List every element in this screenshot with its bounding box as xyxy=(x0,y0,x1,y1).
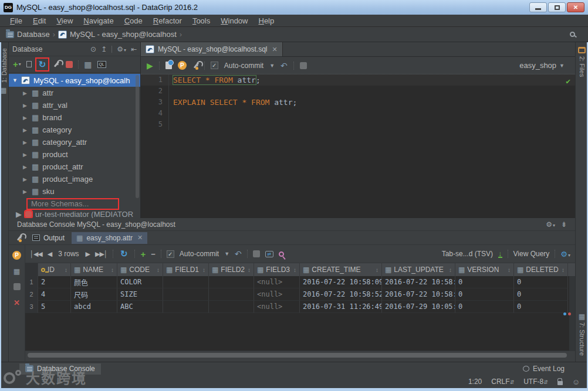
view-query-button[interactable]: View Query xyxy=(513,250,550,258)
close-button[interactable]: ✕ xyxy=(567,2,584,12)
expand-arrow-icon[interactable]: ▶ xyxy=(23,90,28,96)
commit-icon[interactable]: ⇄ xyxy=(265,251,273,257)
grid-cell[interactable] xyxy=(163,276,209,288)
grid-cell[interactable]: 0 xyxy=(514,288,568,301)
parameters-icon[interactable]: P xyxy=(178,61,187,70)
expand-arrow-icon[interactable]: ▶ xyxy=(23,189,28,195)
duplicate-icon[interactable] xyxy=(26,61,32,67)
tree-item-product_image[interactable]: ▶▦product_image xyxy=(9,173,140,185)
close-tab-icon[interactable]: ✕ xyxy=(272,46,278,53)
grid-cell[interactable]: COLOR xyxy=(117,276,163,288)
tree-item-category_attr[interactable]: ▶▦category_attr xyxy=(9,136,140,148)
grid-cell[interactable]: 2016-07-22 10:58:52 xyxy=(382,288,455,301)
datasource-properties-icon[interactable] xyxy=(53,60,60,68)
console-panel-header[interactable]: Database Console MySQL - easy_shop@local… xyxy=(9,218,575,231)
inspection-ok-icon[interactable]: ✔ xyxy=(566,77,570,86)
pin-icon[interactable] xyxy=(279,251,284,257)
sort-icon[interactable]: ↕ xyxy=(157,267,160,273)
sort-icon[interactable]: ↕ xyxy=(508,267,511,273)
column-header-deleted[interactable]: ▦DELETED↕ xyxy=(514,263,568,276)
grid-cell[interactable]: 4 xyxy=(38,288,71,301)
menu-navigate[interactable]: Navigate xyxy=(78,15,119,26)
maximize-button[interactable] xyxy=(548,2,566,12)
grid-cell[interactable]: 0 xyxy=(455,288,514,301)
expand-arrow-icon[interactable]: ▶ xyxy=(23,152,28,158)
code-line-3[interactable]: 3EXPLAIN SELECT * FROM attr; xyxy=(141,97,575,108)
grid-cell[interactable]: 0 xyxy=(455,276,514,288)
sort-icon[interactable]: ↕ xyxy=(376,267,379,273)
column-header-field3[interactable]: ▦FIELD3↕ xyxy=(254,263,300,276)
database-toolwindow-tab[interactable]: 1: Database xyxy=(1,48,8,83)
close-tab-icon[interactable]: ✕ xyxy=(137,234,143,242)
chevron-down-icon[interactable]: ▼ xyxy=(269,63,275,69)
delete-row-icon[interactable]: − xyxy=(151,250,156,259)
autocommit-checkbox[interactable]: ✓ xyxy=(211,62,218,69)
schema-selector[interactable]: easy_shop ▼ xyxy=(519,61,565,70)
expand-arrow-icon[interactable]: ▶ xyxy=(23,164,28,170)
tab-output[interactable]: Output xyxy=(28,232,69,244)
expand-arrow-icon[interactable]: ▶ xyxy=(23,140,28,145)
lock-icon[interactable] xyxy=(557,381,563,385)
table-row[interactable]: 35abcdABC<null>2016-07-31 11:26:492016-0… xyxy=(25,301,575,313)
code-line-4[interactable]: 4 xyxy=(141,108,575,119)
tab-result-grid[interactable]: ▦ easy_shop.attr ✕ xyxy=(72,232,147,244)
console-settings-wrench-icon[interactable] xyxy=(16,234,22,242)
chevron-down-icon[interactable]: ▼ xyxy=(224,251,229,257)
grid-cell[interactable] xyxy=(209,288,254,301)
line-ending-selector[interactable]: CRLF⇵ xyxy=(491,378,514,386)
sort-icon[interactable]: ↕ xyxy=(65,267,67,273)
menu-edit[interactable]: Edit xyxy=(28,15,51,26)
menu-help[interactable]: Help xyxy=(253,15,279,26)
grid-cell[interactable]: 尺码 xyxy=(71,288,117,301)
menu-code[interactable]: Code xyxy=(119,15,148,26)
sort-icon[interactable]: ↕ xyxy=(293,267,296,273)
inspection-profile-icon[interactable]: ☺ xyxy=(572,378,580,386)
files-toolwindow-icon[interactable] xyxy=(578,47,586,53)
reload-page-icon[interactable]: ↻ xyxy=(119,249,130,259)
hide-panel-icon[interactable]: ⇟ xyxy=(561,220,567,229)
grid-cell[interactable]: 0 xyxy=(514,301,568,313)
column-header-create_time[interactable]: ▦CREATE_TIME↕ xyxy=(300,263,382,276)
column-header-version[interactable]: ▦VERSION↕ xyxy=(455,263,514,276)
files-toolwindow-tab[interactable]: 2: Files xyxy=(579,56,586,77)
grid-cell[interactable] xyxy=(209,276,254,288)
settings-wrench-icon[interactable] xyxy=(192,62,198,70)
expand-arrow-icon[interactable]: ▶ xyxy=(23,103,28,108)
encoding-selector[interactable]: UTF-8⇵ xyxy=(523,378,548,386)
grid-scrollbar[interactable] xyxy=(569,276,575,351)
expand-arrow-icon[interactable]: ▶ xyxy=(23,176,28,182)
code-line-2[interactable]: 2 xyxy=(141,86,575,97)
next-page-icon[interactable]: ▶ xyxy=(86,250,90,258)
grid-cell[interactable]: 0 xyxy=(514,276,568,288)
tree-item-brand[interactable]: ▶▦brand xyxy=(9,111,140,124)
stop-icon[interactable] xyxy=(66,61,73,68)
grid-cell[interactable]: SIZE xyxy=(117,288,163,301)
add-row-icon[interactable]: + xyxy=(140,249,146,259)
column-header-last_update[interactable]: ▦LAST_UPDATE↕ xyxy=(382,263,455,276)
column-header-code[interactable]: ▦CODE↕ xyxy=(117,263,163,276)
menu-view[interactable]: View xyxy=(51,15,78,26)
grid-cell[interactable]: <null> xyxy=(254,288,300,301)
expand-arrow-icon[interactable]: ▶ xyxy=(23,115,28,121)
sort-icon[interactable]: ↕ xyxy=(111,267,114,273)
previous-page-icon[interactable]: ◀ xyxy=(48,250,52,258)
add-datasource-button[interactable]: +▾ xyxy=(13,59,21,69)
console-history-icon[interactable] xyxy=(165,62,172,69)
code-editor[interactable]: 1SELECT * FROM attr;23EXPLAIN SELECT * F… xyxy=(141,74,575,218)
hide-panel-icon[interactable]: ⇤ xyxy=(131,45,137,53)
column-header-id[interactable]: ID↕ xyxy=(38,263,71,276)
menu-tools[interactable]: Tools xyxy=(187,15,215,26)
structure-toolwindow-icon[interactable]: ▦ xyxy=(579,313,585,320)
minimize-button[interactable] xyxy=(529,2,547,12)
grid-cell[interactable]: 2 xyxy=(38,276,71,288)
sync-refresh-button[interactable]: ↻ xyxy=(37,59,48,70)
grid-cell[interactable]: 2016-07-29 10:05:05 xyxy=(382,301,455,313)
menu-window[interactable]: Window xyxy=(215,15,253,26)
first-page-icon[interactable]: │◀◀ xyxy=(30,250,42,258)
column-header-name[interactable]: ▦NAME↕ xyxy=(71,263,117,276)
tree-item-clipped[interactable]: ▶ ur-test-mediator (MEDIATOR xyxy=(9,210,140,218)
open-console-icon[interactable]: QL xyxy=(97,61,106,68)
sort-icon[interactable]: ↕ xyxy=(449,267,452,273)
grid-cell[interactable] xyxy=(163,288,209,301)
expand-arrow-icon[interactable]: ▶ xyxy=(16,210,22,218)
